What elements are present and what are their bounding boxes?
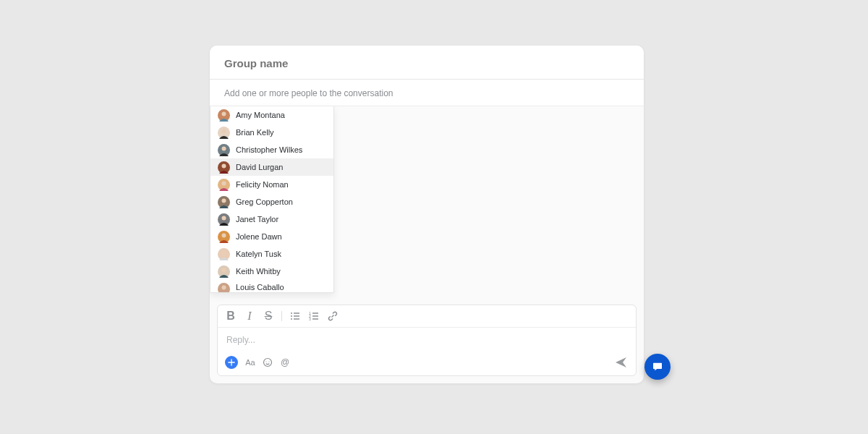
person-name: Brian Kelly <box>236 128 274 137</box>
people-dropdown[interactable]: Amy Montana Brian Kelly Christopher Wilk… <box>210 106 334 293</box>
person-option[interactable]: Greg Copperton <box>210 193 333 210</box>
svg-point-17 <box>222 250 226 255</box>
composer-bottom: Aa @ <box>218 351 636 375</box>
svg-text:3: 3 <box>309 317 311 321</box>
person-name: David Lurgan <box>236 163 283 171</box>
avatar-icon <box>218 231 230 243</box>
italic-button[interactable]: I <box>244 310 255 322</box>
composer-actions-left: Aa @ <box>225 356 290 369</box>
svg-point-9 <box>222 181 226 185</box>
numbered-list-button[interactable]: 1 2 3 <box>308 310 320 322</box>
avatar-icon <box>218 213 230 226</box>
avatar-icon <box>218 144 230 156</box>
recipients-input[interactable] <box>224 88 629 98</box>
person-name: Katelyn Tusk <box>236 250 281 258</box>
bulleted-list-button[interactable] <box>289 310 301 322</box>
avatar-icon <box>218 127 230 139</box>
send-button[interactable] <box>614 355 629 370</box>
group-name-input[interactable] <box>224 57 629 69</box>
svg-point-26 <box>291 318 292 320</box>
person-option[interactable]: Janet Taylor <box>210 210 333 228</box>
text-style-button[interactable]: Aa <box>245 357 255 367</box>
person-name: Amy Montana <box>236 111 285 119</box>
svg-point-35 <box>265 361 266 362</box>
svg-point-1 <box>222 111 226 116</box>
person-name: Felicity Noman <box>236 180 289 189</box>
reply-input[interactable]: Reply... <box>218 328 636 351</box>
person-option[interactable]: Felicity Noman <box>210 176 333 193</box>
person-option[interactable]: David Lurgan <box>210 158 333 176</box>
conversation-panel: Amy Montana Brian Kelly Christopher Wilk… <box>210 46 644 383</box>
svg-point-5 <box>222 146 226 150</box>
person-option[interactable]: Jolene Dawn <box>210 228 333 245</box>
add-attachment-button[interactable] <box>225 356 238 369</box>
person-name: Christopher Wilkes <box>236 145 302 154</box>
svg-point-7 <box>222 163 226 168</box>
person-name: Louis Caballo <box>236 283 284 292</box>
avatar-icon <box>218 109 230 122</box>
avatar-icon <box>218 196 230 208</box>
svg-point-36 <box>268 361 269 362</box>
link-button[interactable] <box>327 310 339 322</box>
svg-point-21 <box>222 285 226 289</box>
toolbar-divider <box>281 311 282 321</box>
svg-point-34 <box>264 359 272 367</box>
svg-point-22 <box>291 312 292 314</box>
avatar-icon <box>218 161 230 174</box>
emoji-button[interactable] <box>263 357 273 367</box>
avatar-icon <box>218 179 230 191</box>
person-name: Greg Copperton <box>236 197 293 206</box>
avatar-icon <box>218 248 230 260</box>
person-option[interactable]: Brian Kelly <box>210 124 333 141</box>
recipients-row <box>210 80 644 106</box>
mention-button[interactable]: @ <box>280 357 290 367</box>
svg-point-3 <box>222 129 226 133</box>
person-name: Jolene Dawn <box>236 232 282 241</box>
person-option[interactable]: Keith Whitby <box>210 263 333 280</box>
svg-point-15 <box>222 233 226 237</box>
person-name: Janet Taylor <box>236 215 278 224</box>
svg-point-24 <box>291 315 292 317</box>
svg-point-19 <box>222 268 226 272</box>
person-option[interactable]: Katelyn Tusk <box>210 245 333 263</box>
person-name: Keith Whitby <box>236 267 281 276</box>
person-option[interactable]: Amy Montana <box>210 106 333 124</box>
svg-point-11 <box>222 198 226 203</box>
panel-body: Amy Montana Brian Kelly Christopher Wilk… <box>210 106 644 305</box>
panel-header <box>210 46 644 80</box>
avatar-icon <box>218 265 230 278</box>
strike-button[interactable]: S <box>263 310 274 322</box>
svg-point-13 <box>222 216 226 220</box>
formatting-toolbar: B I S 1 2 3 <box>218 305 636 328</box>
avatar-icon <box>218 283 230 292</box>
messenger-fab[interactable] <box>644 354 671 380</box>
person-option[interactable]: Christopher Wilkes <box>210 141 333 158</box>
person-option[interactable]: Louis Caballo <box>210 280 333 292</box>
bold-button[interactable]: B <box>225 310 237 322</box>
composer: B I S 1 2 3 <box>217 305 637 376</box>
